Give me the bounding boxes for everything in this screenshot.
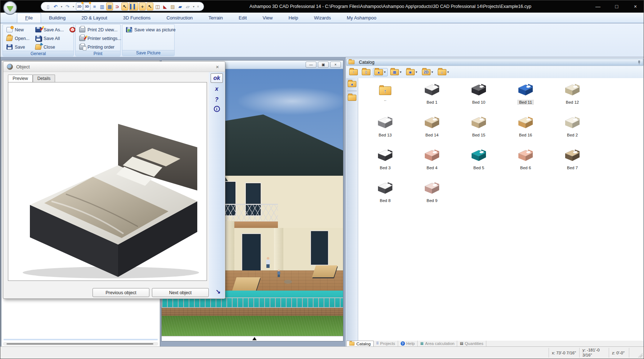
tab-terrain[interactable]: Terrain [201, 13, 231, 23]
grid-icon[interactable]: ▦ [106, 3, 113, 10]
tab-area-calculation[interactable]: ▦Area calculation [418, 341, 457, 346]
axis-snap-icon[interactable]: + [139, 3, 146, 10]
tab-projects[interactable]: ⠿Projects [374, 341, 398, 346]
ok-button[interactable]: ok [211, 73, 223, 83]
dialog-resize-handle[interactable]: ↘ [216, 288, 221, 296]
ribbon-item-save-view-as-picture[interactable]: Save view as picture [125, 26, 177, 33]
close-button[interactable]: × [631, 4, 640, 9]
catalog-folder-icon[interactable] [348, 95, 356, 101]
tab-quantities[interactable]: ▤Quantities [457, 341, 486, 346]
tab-construction[interactable]: Construction [158, 13, 201, 23]
ribbon-item-print-2d-view[interactable]: Print 2D view... [78, 26, 123, 33]
ribbon-item-printing-order[interactable]: Printing order [78, 43, 123, 51]
column-view-icon[interactable]: ▥ [99, 3, 105, 10]
help-button[interactable]: ? [211, 95, 223, 104]
app-menu-button[interactable] [3, 1, 17, 15]
tab-help[interactable]: Help [280, 13, 306, 23]
ribbon-item-save-as[interactable]: Save As... [34, 26, 65, 33]
roof-panel-tool-icon[interactable]: ▰ [177, 3, 184, 10]
cancel-button[interactable]: x [211, 84, 223, 94]
ribbon-item-open[interactable]: Open... [5, 35, 31, 42]
windows-catalog-button[interactable]: ▯ [360, 68, 372, 76]
catalog-item-bed-4[interactable]: Bed 4 [409, 147, 455, 180]
catalog-item-bed-5[interactable]: Bed 5 [455, 147, 502, 180]
view-3d-close-button[interactable]: × [330, 62, 341, 68]
dropdown-arrow-icon[interactable]: ▼ [383, 71, 386, 74]
undo-dropdown-icon[interactable]: ▾ [60, 3, 63, 10]
plan-2d-horizontal-scrollbar[interactable] [3, 342, 158, 346]
redo-dropdown-icon[interactable]: ▾ [72, 3, 75, 10]
copy-pages-dropdown-icon[interactable]: ▾ [192, 3, 195, 10]
catalog-item-bed-13[interactable]: Bed 13 [362, 115, 409, 147]
tab-file[interactable]: File [17, 13, 41, 23]
catalog-item-bed-9[interactable]: Bed 9 [409, 180, 455, 213]
tab-building[interactable]: Building [41, 13, 73, 23]
ribbon-item-save[interactable]: Save [5, 43, 31, 51]
tab-edit[interactable]: Edit [231, 13, 255, 23]
pin-icon[interactable] [637, 60, 641, 64]
dropdown-arrow-icon[interactable]: ▼ [447, 71, 450, 74]
copy-pages-icon[interactable]: ▱ [184, 3, 191, 10]
catalog-item-bed-6[interactable]: Bed 6 [502, 147, 549, 180]
tab-3d-functions[interactable]: 3D Functions [115, 13, 159, 23]
ribbon-item-printer-settings[interactable]: Printer settings... [78, 35, 123, 42]
2d-view-icon[interactable]: 2D [76, 3, 83, 10]
previous-object-button[interactable]: Previous object [93, 288, 149, 297]
ribbon-item-new[interactable]: New [5, 26, 31, 33]
next-object-button[interactable]: Next object [152, 288, 209, 297]
customize-quick-access-icon[interactable]: ≡ [196, 3, 200, 10]
catalog-item-bed-12[interactable]: Bed 12 [549, 82, 596, 115]
transfer-view-icon[interactable]: ◫ [154, 3, 161, 10]
tab-wizards[interactable]: Wizards [306, 13, 339, 23]
ribbon-item-close[interactable]: Close [34, 43, 65, 51]
tab-catalog[interactable]: Catalog [346, 341, 374, 346]
hatch-tool-icon[interactable]: ▨ [169, 3, 176, 10]
groups-catalog-button[interactable]: ⌂▼ [436, 68, 451, 76]
ribbon-item-save-all[interactable]: Save All [34, 35, 65, 42]
info-button[interactable]: i [214, 106, 220, 112]
new-document-icon[interactable]: ▯ [45, 3, 51, 10]
catalog-item-bed-1[interactable]: Bed 1 [409, 82, 455, 115]
dropdown-arrow-icon[interactable]: ▼ [415, 71, 418, 74]
textures-catalog-button[interactable]: ▩▼ [389, 68, 404, 76]
redo-icon[interactable]: ↷ [64, 3, 71, 10]
horizontal-guides-icon[interactable]: ≡ [91, 3, 98, 10]
view-3d-horizontal-scrollbar[interactable] [162, 336, 343, 341]
view-3d-restore-button[interactable]: ▣ [318, 62, 329, 68]
maximize-button[interactable]: □ [612, 4, 621, 9]
undo-icon[interactable]: ↶ [52, 3, 59, 10]
snap-cursor-icon[interactable]: ↖ [121, 3, 128, 10]
tab-details[interactable]: Details [33, 75, 55, 82]
catalog-item-[interactable]: ↑.. [362, 82, 409, 115]
wall-corner-tool-icon[interactable]: ◣ [162, 3, 168, 10]
tab-my-ashampoo[interactable]: My Ashampoo [339, 13, 384, 23]
catalog-item-bed-14[interactable]: Bed 14 [409, 115, 455, 147]
catalog-item-bed-16[interactable]: Bed 16 [502, 115, 549, 147]
scrollbar-thumb[interactable] [6, 343, 153, 345]
tab-2d-layout[interactable]: 2D & Layout [73, 13, 115, 23]
tab-preview[interactable]: Preview [8, 75, 33, 82]
catalog-item-bed-10[interactable]: Bed 10 [455, 82, 502, 115]
object-dialog-titlebar[interactable]: Object × [3, 62, 225, 72]
dropdown-arrow-icon[interactable]: ▼ [431, 71, 434, 74]
dropdown-arrow-icon[interactable]: ▼ [399, 71, 402, 74]
select-arrow-icon[interactable]: ↖ [147, 3, 153, 10]
objects-root-folder-icon[interactable]: ▲ [348, 81, 356, 87]
catalog-item-bed-2[interactable]: Bed 2 [549, 115, 596, 147]
minimize-button[interactable]: — [593, 4, 603, 9]
view-3d-minimize-button[interactable]: — [306, 62, 316, 68]
catalog-item-bed-8[interactable]: Bed 8 [362, 180, 409, 213]
catalog-item-bed-15[interactable]: Bed 15 [455, 115, 502, 147]
objects-catalog-button[interactable]: ▲▼ [373, 68, 388, 76]
catalog-item-bed-3[interactable]: Bed 3 [362, 147, 409, 180]
symbols-2d-catalog-button[interactable]: 2D▼ [420, 68, 435, 76]
tab-help[interactable]: ?Help [398, 341, 418, 346]
magnet-snap-icon[interactable]: ⊃ [114, 3, 121, 10]
3d-view-icon[interactable]: 3D [84, 3, 90, 10]
folder-up-button[interactable]: ↑ [348, 68, 359, 76]
internet-catalog-button[interactable]: ◉▼ [405, 68, 419, 76]
catalog-item-bed-11[interactable]: Bed 11 [502, 82, 549, 115]
tab-view[interactable]: View [255, 13, 281, 23]
guide-lines-icon[interactable]: ▍▍ [129, 3, 138, 10]
catalog-item-bed-7[interactable]: Bed 7 [549, 147, 596, 180]
